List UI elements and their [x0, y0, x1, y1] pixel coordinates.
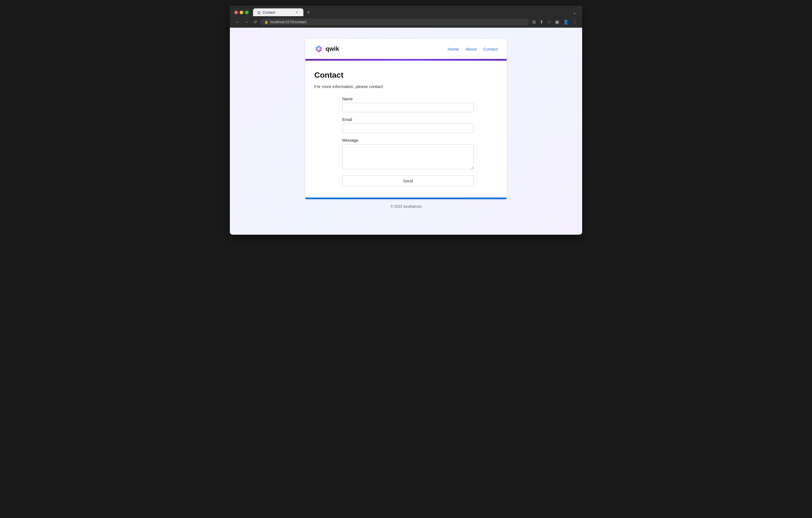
email-input[interactable] [342, 123, 474, 133]
site-nav: Home About Contact [448, 47, 498, 52]
translate-icon[interactable]: ⊞ [531, 19, 536, 25]
contact-form: Name Email Message Send [314, 97, 498, 186]
browser-toolbar: ← → ↺ 🔒 localhost:5173/contact ⊞ ⬆ ☆ ▣ 👤… [230, 16, 582, 28]
back-button[interactable]: ← [234, 19, 241, 25]
refresh-button[interactable]: ↺ [252, 19, 258, 25]
browser-window: Q Contact ✕ + ⌄ ← → ↺ 🔒 localhost:5173/c… [230, 6, 582, 235]
name-field-group: Name [342, 97, 498, 112]
description-prefix: For more information, [314, 84, 356, 89]
forward-button[interactable]: → [243, 19, 250, 25]
browser-tabs-row: Q Contact ✕ + ⌄ [234, 8, 578, 16]
site-main: Contact For more information, please con… [305, 61, 507, 197]
email-field-group: Email [342, 117, 498, 133]
qwik-logo-icon [314, 44, 323, 53]
submit-button[interactable]: Send [342, 176, 474, 186]
url-text: localhost:5173/contact [270, 20, 306, 24]
traffic-light-close[interactable] [234, 11, 238, 14]
nav-contact[interactable]: Contact [483, 47, 498, 52]
page-description: For more information, please contact: [314, 84, 498, 89]
message-field-group: Message [342, 138, 498, 171]
message-textarea[interactable] [342, 144, 474, 169]
description-italic: please contact: [356, 84, 384, 89]
site-header: qwik Home About Contact [305, 39, 507, 59]
toolbar-actions: ⊞ ⬆ ☆ ▣ 👤 ⋮ [531, 19, 578, 25]
tab-favicon: Q [258, 10, 260, 14]
chevron-down-icon[interactable]: ⌄ [572, 9, 578, 16]
traffic-light-minimize[interactable] [240, 11, 243, 14]
new-tab-button[interactable]: + [306, 9, 311, 15]
browser-titlebar: Q Contact ✕ + ⌄ [230, 6, 582, 16]
site-footer-area: © 2022 azukiazusa [386, 199, 426, 213]
address-bar[interactable]: 🔒 localhost:5173/contact [260, 19, 529, 25]
footer-copyright: © 2022 azukiazusa [390, 204, 422, 208]
bookmark-icon[interactable]: ☆ [547, 19, 552, 25]
traffic-light-maximize[interactable] [245, 11, 249, 14]
tab-label: Contact [263, 10, 275, 14]
logo-text: qwik [325, 45, 339, 53]
name-input[interactable] [342, 103, 474, 112]
submit-group: Send [342, 176, 498, 186]
tab-close-button[interactable]: ✕ [294, 10, 299, 14]
share-icon[interactable]: ⬆ [539, 19, 544, 25]
message-label: Message [342, 138, 498, 143]
browser-tab[interactable]: Q Contact ✕ [253, 8, 303, 16]
lock-icon: 🔒 [264, 20, 268, 24]
menu-icon[interactable]: ⋮ [572, 19, 578, 25]
nav-home[interactable]: Home [448, 47, 459, 52]
page-title: Contact [314, 71, 498, 80]
traffic-lights [234, 11, 249, 14]
email-label: Email [342, 117, 498, 122]
site-logo: qwik [314, 44, 339, 53]
page-content: qwik Home About Contact Contact For more… [230, 28, 582, 235]
name-label: Name [342, 97, 498, 101]
profile-icon[interactable]: 👤 [562, 19, 569, 25]
nav-about[interactable]: About [466, 47, 476, 52]
sidebar-icon[interactable]: ▣ [554, 19, 560, 25]
site-container: qwik Home About Contact Contact For more… [305, 39, 507, 199]
